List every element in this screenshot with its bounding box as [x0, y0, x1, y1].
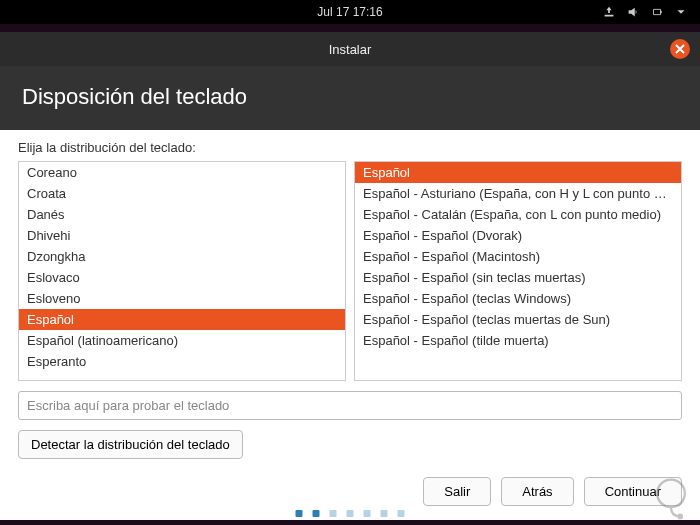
- chevron-down-icon: [674, 5, 688, 19]
- list-item[interactable]: Dzongkha: [19, 246, 345, 267]
- close-button[interactable]: [670, 39, 690, 59]
- list-item[interactable]: Croata: [19, 183, 345, 204]
- list-item[interactable]: Español - Español (tilde muerta): [355, 330, 681, 351]
- language-list[interactable]: CoreanoCroataDanésDhivehiDzongkhaEslovac…: [18, 161, 346, 381]
- list-item[interactable]: Español - Español (teclas muertas de Sun…: [355, 309, 681, 330]
- list-prompt: Elija la distribución del teclado:: [18, 140, 682, 155]
- list-item[interactable]: Español - Español (teclas Windows): [355, 288, 681, 309]
- system-topbar: Jul 17 17:16: [0, 0, 700, 24]
- detect-layout-button[interactable]: Detectar la distribución del teclado: [18, 430, 243, 459]
- watermark-icon: [648, 475, 694, 521]
- window-title: Instalar: [329, 42, 372, 57]
- list-item[interactable]: Español - Español (Macintosh): [355, 246, 681, 267]
- list-item[interactable]: Español - Catalán (España, con L con pun…: [355, 204, 681, 225]
- list-item[interactable]: Eslovaco: [19, 267, 345, 288]
- list-item[interactable]: Esperanto: [19, 351, 345, 372]
- list-item[interactable]: Español - Español (sin teclas muertas): [355, 267, 681, 288]
- battery-icon: [650, 5, 664, 19]
- dot: [347, 510, 354, 517]
- page-header: Disposición del teclado: [0, 66, 700, 130]
- list-item[interactable]: Español - Asturiano (España, con H y L c…: [355, 183, 681, 204]
- network-icon: [602, 5, 616, 19]
- progress-dots: [296, 510, 405, 517]
- dot: [364, 510, 371, 517]
- dot: [381, 510, 388, 517]
- volume-icon: [626, 5, 640, 19]
- list-item[interactable]: Esloveno: [19, 288, 345, 309]
- list-item[interactable]: Español: [19, 309, 345, 330]
- clock: Jul 17 17:16: [317, 5, 382, 19]
- list-item[interactable]: Español (latinoamericano): [19, 330, 345, 351]
- dot: [330, 510, 337, 517]
- system-tray[interactable]: [602, 5, 688, 19]
- dot-active: [313, 510, 320, 517]
- list-item[interactable]: Danés: [19, 204, 345, 225]
- quit-button[interactable]: Salir: [423, 477, 491, 506]
- window-titlebar: Instalar: [0, 32, 700, 66]
- back-button[interactable]: Atrás: [501, 477, 573, 506]
- list-item[interactable]: Coreano: [19, 162, 345, 183]
- close-icon: [675, 44, 685, 54]
- variant-list[interactable]: EspañolEspañol - Asturiano (España, con …: [354, 161, 682, 381]
- svg-point-1: [678, 515, 681, 518]
- list-item[interactable]: Español - Español (Dvorak): [355, 225, 681, 246]
- keyboard-test-input[interactable]: [18, 391, 682, 420]
- dot: [398, 510, 405, 517]
- dot: [296, 510, 303, 517]
- list-item[interactable]: Dhivehi: [19, 225, 345, 246]
- main-content: Elija la distribución del teclado: Corea…: [0, 130, 700, 520]
- page-title: Disposición del teclado: [22, 84, 247, 109]
- list-item[interactable]: Español: [355, 162, 681, 183]
- svg-point-0: [657, 480, 685, 508]
- footer-buttons: Salir Atrás Continuar: [18, 477, 682, 506]
